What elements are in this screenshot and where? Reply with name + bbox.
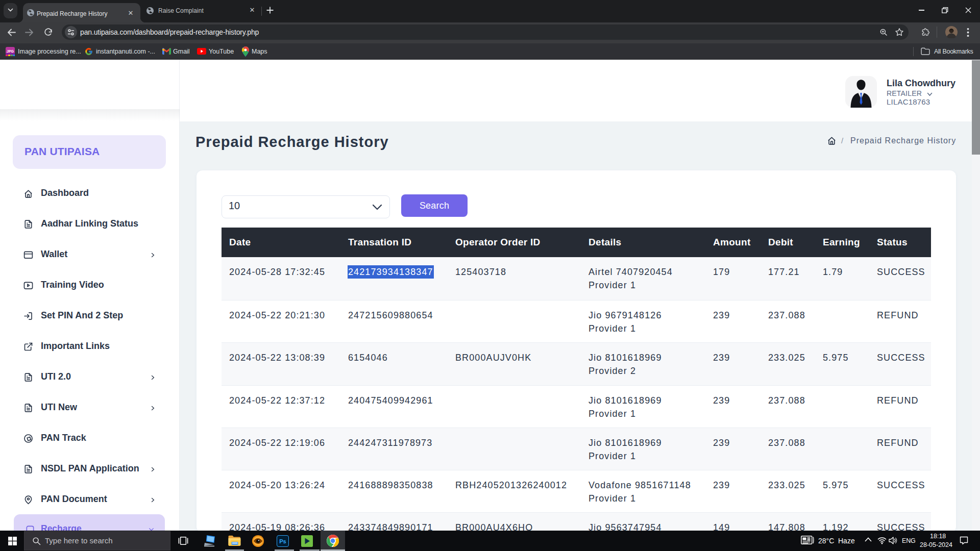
- svg-text:JPG: JPG: [7, 49, 14, 53]
- svg-text:Ps: Ps: [279, 538, 286, 544]
